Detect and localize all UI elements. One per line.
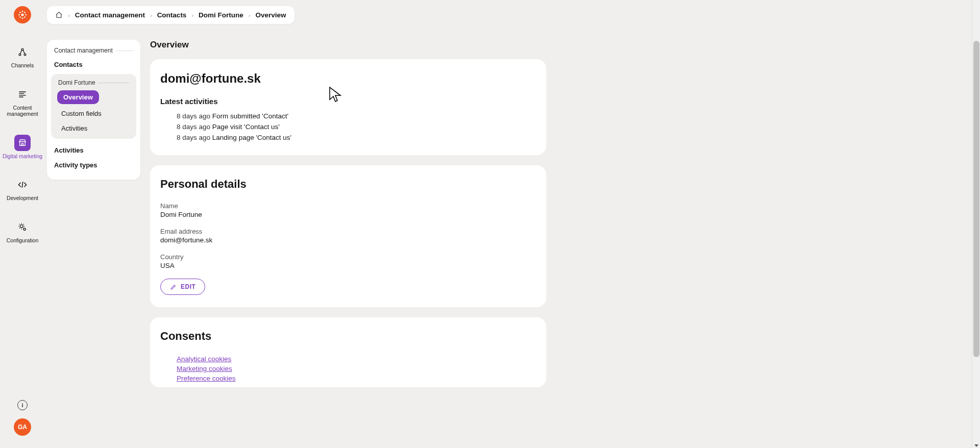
consents-card: Consents Analytical cookies Marketing co… xyxy=(150,317,546,387)
svg-point-1 xyxy=(22,11,23,12)
activity-time: 8 days ago xyxy=(177,123,210,131)
rail-item-development[interactable]: Development xyxy=(2,177,43,202)
svg-point-12 xyxy=(20,225,23,228)
field-country: Country USA xyxy=(160,253,536,269)
consent-link[interactable]: Marketing cookies xyxy=(177,364,536,374)
breadcrumb-item[interactable]: Contacts xyxy=(157,11,187,19)
breadcrumb-current: Overview xyxy=(255,11,286,19)
rail-item-configuration[interactable]: Configuration xyxy=(2,219,43,244)
svg-point-3 xyxy=(18,14,20,16)
sidebar-item-activity-types[interactable]: Activity types xyxy=(51,158,136,172)
consent-link[interactable]: Analytical cookies xyxy=(177,354,536,364)
personal-details-title: Personal details xyxy=(160,178,536,191)
activity-time: 8 days ago xyxy=(177,112,210,120)
gear-icon xyxy=(14,219,31,235)
nav-rail: Channels Content management Digital mark… xyxy=(0,0,45,448)
personal-details-card: Personal details Name Domi Fortune Email… xyxy=(150,165,546,307)
app-logo[interactable] xyxy=(14,6,31,23)
info-icon[interactable]: i xyxy=(17,400,28,410)
activity-row: 8 days ago Form submitted 'Contact' xyxy=(160,111,536,121)
svg-point-4 xyxy=(25,14,27,16)
page-title: Overview xyxy=(150,40,546,50)
breadcrumb-item[interactable]: Contact management xyxy=(75,11,145,19)
sidebar-subtitle-text: Domi Fortune xyxy=(58,79,95,86)
user-avatar[interactable]: GA xyxy=(14,418,31,436)
field-name: Name Domi Fortune xyxy=(160,202,536,218)
contact-email-heading: domi@fortune.sk xyxy=(160,71,536,86)
code-icon xyxy=(14,177,31,193)
sidebar-item-overview[interactable]: Overview xyxy=(57,90,99,104)
rail-item-channels[interactable]: Channels xyxy=(2,44,43,69)
svg-point-2 xyxy=(22,17,23,19)
activity-row: 8 days ago Page visit 'Contact us' xyxy=(160,121,536,132)
svg-point-13 xyxy=(23,228,26,230)
svg-point-10 xyxy=(24,54,26,56)
rail-item-content[interactable]: Content management xyxy=(2,86,43,117)
home-icon[interactable] xyxy=(55,11,63,19)
svg-point-11 xyxy=(21,48,23,51)
sidebar-subtitle: Domi Fortune xyxy=(54,79,133,90)
secondary-sidebar: Contact management Contacts Domi Fortune… xyxy=(47,40,140,180)
svg-point-5 xyxy=(19,12,21,13)
rail-item-digital-marketing[interactable]: Digital marketing xyxy=(2,135,43,160)
chevron-right-icon: › xyxy=(249,12,251,18)
chevron-right-icon: › xyxy=(150,12,152,18)
sidebar-subgroup: Domi Fortune Overview Custom fields Acti… xyxy=(51,74,136,139)
edit-button-label: EDIT xyxy=(181,283,195,290)
activity-text: Page visit 'Contact us' xyxy=(212,123,280,131)
activity-text: Landing page 'Contact us' xyxy=(212,134,291,141)
consent-link[interactable]: Preference cookies xyxy=(177,374,536,383)
activity-time: 8 days ago xyxy=(177,134,210,141)
sidebar-item-contacts[interactable]: Contacts xyxy=(51,57,136,72)
svg-point-9 xyxy=(19,54,21,56)
consents-title: Consents xyxy=(160,330,536,343)
field-value: USA xyxy=(160,262,536,269)
svg-point-6 xyxy=(24,12,26,13)
overview-card: domi@fortune.sk Latest activities 8 days… xyxy=(150,59,546,155)
latest-activities-title: Latest activities xyxy=(160,97,536,106)
field-label: Country xyxy=(160,253,536,261)
chevron-right-icon: › xyxy=(191,12,193,18)
rail-label: Configuration xyxy=(7,237,38,244)
pencil-icon xyxy=(170,284,177,290)
sidebar-item-activities-root[interactable]: Activities xyxy=(51,143,136,158)
channels-icon xyxy=(14,44,31,60)
sidebar-title-text: Contact management xyxy=(54,47,113,54)
scroll-down-icon[interactable] xyxy=(974,444,978,447)
rail-label: Digital marketing xyxy=(3,153,42,160)
activity-row: 8 days ago Landing page 'Contact us' xyxy=(160,132,536,143)
breadcrumb-item[interactable]: Domi Fortune xyxy=(199,11,243,19)
scroll-thumb[interactable] xyxy=(973,41,979,357)
edit-button[interactable]: EDIT xyxy=(160,279,205,295)
sidebar-item-custom-fields[interactable]: Custom fields xyxy=(54,106,133,121)
field-label: Email address xyxy=(160,228,536,235)
field-value: Domi Fortune xyxy=(160,211,536,218)
rail-label: Content management xyxy=(2,105,43,117)
shop-icon xyxy=(14,135,31,151)
activity-text: Form submitted 'Contact' xyxy=(212,112,288,120)
chevron-right-icon: › xyxy=(68,12,70,18)
breadcrumb: › Contact management › Contacts › Domi F… xyxy=(47,6,295,24)
rail-label: Development xyxy=(7,195,38,202)
svg-point-7 xyxy=(19,16,21,18)
logo-icon xyxy=(17,10,28,20)
field-value: domi@fortune.sk xyxy=(160,236,536,244)
sidebar-section-title: Contact management xyxy=(51,47,136,57)
content-icon xyxy=(14,86,31,103)
rail-label: Channels xyxy=(11,62,34,69)
main-content: Overview domi@fortune.sk Latest activiti… xyxy=(150,40,546,397)
svg-point-8 xyxy=(24,16,26,18)
svg-point-0 xyxy=(21,14,24,16)
field-email: Email address domi@fortune.sk xyxy=(160,228,536,244)
sidebar-item-activities[interactable]: Activities xyxy=(54,121,133,136)
page-scrollbar[interactable] xyxy=(972,0,980,448)
field-label: Name xyxy=(160,202,536,210)
